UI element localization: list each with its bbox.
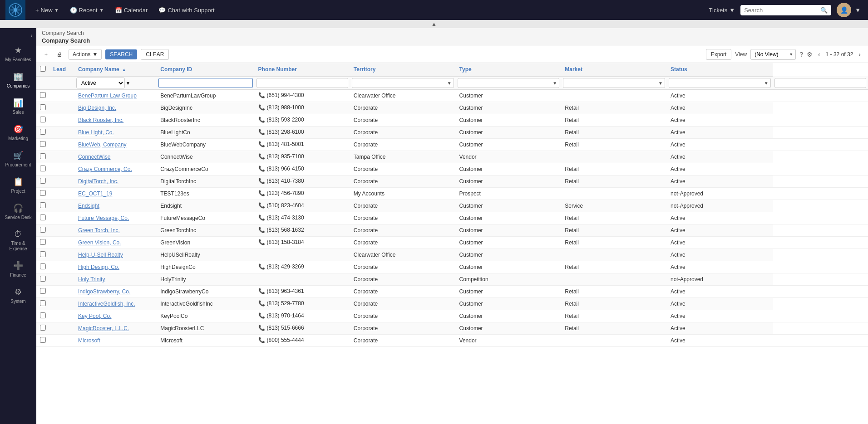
add-button[interactable]: + xyxy=(42,49,50,59)
app-logo[interactable] xyxy=(5,0,25,20)
company-name-cell[interactable]: Big Design, Inc. xyxy=(74,102,157,114)
company-name-cell[interactable]: Green Torch, Inc. xyxy=(74,224,157,237)
company-name-link[interactable]: Holy Trinity xyxy=(78,276,105,283)
user-menu-button[interactable]: ▼ xyxy=(853,5,863,15)
company-name-cell[interactable]: Future Message, Co. xyxy=(74,212,157,224)
sidebar-toggle[interactable]: › xyxy=(0,32,36,39)
company-name-cell[interactable]: Black Rooster, Inc. xyxy=(74,114,157,127)
company-name-cell[interactable]: ConnectWise xyxy=(74,151,157,163)
company-name-link[interactable]: BlueWeb, Company xyxy=(78,141,127,148)
company-name-link[interactable]: Green Vision, Co. xyxy=(78,239,121,246)
company-name-link[interactable]: Help-U-Sell Realty xyxy=(78,252,123,258)
company-name-cell[interactable]: Microsoft xyxy=(74,335,157,347)
col-lead[interactable]: Lead xyxy=(49,63,74,76)
col-type[interactable]: Type xyxy=(456,63,562,76)
col-status[interactable]: Status xyxy=(667,63,773,76)
company-name-cell[interactable]: EC_OCT1_19 xyxy=(74,188,157,200)
company-name-cell[interactable]: MagicRooster, L.L.C. xyxy=(74,322,157,335)
sidebar-item-service-desk[interactable]: 🎧 Service Desk xyxy=(2,200,35,224)
status-filter-input[interactable] xyxy=(775,78,866,88)
company-name-link[interactable]: IndigoStrawberry, Co. xyxy=(78,288,130,295)
company-name-link[interactable]: High Design, Co. xyxy=(78,264,119,270)
company-name-cell[interactable]: Blue Light, Co. xyxy=(74,127,157,139)
market-filter[interactable] xyxy=(669,78,762,88)
sidebar-item-sales[interactable]: 📊 Sales xyxy=(2,94,35,119)
col-phone[interactable]: Phone Number xyxy=(255,63,350,76)
sidebar-item-system[interactable]: ⚙ System xyxy=(2,283,35,308)
company-name-cell[interactable]: InteractiveGoldfish, Inc. xyxy=(74,298,157,310)
company-name-link[interactable]: DigitalTorch, Inc. xyxy=(78,178,118,185)
row-checkbox[interactable] xyxy=(40,214,46,220)
company-name-link[interactable]: Microsoft xyxy=(78,337,100,344)
actions-button[interactable]: Actions ▼ xyxy=(69,49,102,60)
company-name-link[interactable]: EC_OCT1_19 xyxy=(78,190,112,197)
row-checkbox[interactable] xyxy=(40,227,46,233)
row-checkbox[interactable] xyxy=(40,312,46,318)
company-name-cell[interactable]: DigitalTorch, Inc. xyxy=(74,175,157,188)
row-checkbox[interactable] xyxy=(40,190,46,196)
company-name-link[interactable]: Key Pool, Co. xyxy=(78,313,111,319)
row-checkbox[interactable] xyxy=(40,202,46,208)
export-button[interactable]: Export xyxy=(706,49,732,60)
sidebar-item-project[interactable]: 📋 Project xyxy=(2,173,35,198)
row-checkbox[interactable] xyxy=(40,251,46,257)
search-button[interactable]: SEARCH xyxy=(105,49,137,59)
company-id-filter[interactable] xyxy=(257,78,348,88)
company-name-link[interactable]: Endsight xyxy=(78,203,99,209)
view-select[interactable]: (No View) xyxy=(750,49,796,60)
company-name-cell[interactable]: High Design, Co. xyxy=(74,261,157,273)
company-name-cell[interactable]: Endsight xyxy=(74,200,157,212)
recent-button[interactable]: 🕐 Recent ▼ xyxy=(65,4,108,16)
sidebar-item-finance[interactable]: ➕ Finance xyxy=(2,257,35,282)
row-checkbox[interactable] xyxy=(40,166,46,171)
company-name-link[interactable]: InteractiveGoldfish, Inc. xyxy=(78,301,135,307)
col-territory[interactable]: Territory xyxy=(350,63,456,76)
row-checkbox[interactable] xyxy=(40,117,46,122)
search-bar[interactable]: 🔍 xyxy=(740,5,831,15)
search-input[interactable] xyxy=(744,7,819,14)
row-checkbox[interactable] xyxy=(40,141,46,147)
sidebar-item-time-expense[interactable]: ⏱ Time & Expense xyxy=(2,226,35,255)
print-button[interactable]: 🖨 xyxy=(54,49,65,59)
row-checkbox[interactable] xyxy=(40,276,46,282)
col-company-name[interactable]: Company Name ▲ xyxy=(74,63,157,76)
company-name-cell[interactable]: Help-U-Sell Realty xyxy=(74,249,157,261)
col-company-id[interactable]: Company ID xyxy=(157,63,254,76)
sidebar-item-my-favorites[interactable]: ★ My Favorites xyxy=(2,42,35,66)
new-button[interactable]: + New ▼ xyxy=(31,4,64,16)
clear-button[interactable]: CLEAR xyxy=(141,49,169,60)
sidebar-item-marketing[interactable]: 🎯 Marketing xyxy=(2,121,35,145)
next-page-button[interactable]: › xyxy=(857,50,863,59)
company-name-cell[interactable]: Key Pool, Co. xyxy=(74,310,157,322)
company-name-link[interactable]: ConnectWise xyxy=(78,154,110,160)
phone-filter[interactable] xyxy=(352,78,445,88)
company-name-link[interactable]: Crazy Commerce, Co. xyxy=(78,166,132,172)
row-checkbox[interactable] xyxy=(40,263,46,269)
company-name-cell[interactable]: IndigoStrawberry, Co. xyxy=(74,286,157,298)
row-checkbox[interactable] xyxy=(40,337,46,343)
sidebar-item-companies[interactable]: 🏢 Companies xyxy=(2,68,35,93)
row-checkbox[interactable] xyxy=(40,104,46,110)
calendar-button[interactable]: 📅 Calendar xyxy=(110,4,153,16)
status-filter-select[interactable]: Active Inactive not-Approved xyxy=(76,78,125,88)
company-name-cell[interactable]: BenePartum Law Group xyxy=(74,90,157,102)
row-checkbox[interactable] xyxy=(40,325,46,331)
company-name-link[interactable]: Blue Light, Co. xyxy=(78,129,114,136)
row-checkbox[interactable] xyxy=(40,300,46,306)
company-name-cell[interactable]: Holy Trinity xyxy=(74,273,157,286)
row-checkbox[interactable] xyxy=(40,129,46,135)
company-name-link[interactable]: Black Rooster, Inc. xyxy=(78,117,123,123)
prev-page-button[interactable]: ‹ xyxy=(816,50,822,59)
row-checkbox[interactable] xyxy=(40,153,46,159)
company-name-link[interactable]: BenePartum Law Group xyxy=(78,93,137,99)
help-icon[interactable]: ? xyxy=(799,51,803,58)
sidebar-item-procurement[interactable]: 🛒 Procurement xyxy=(2,147,35,171)
type-filter[interactable] xyxy=(563,78,656,88)
collapse-bar[interactable]: ▲ xyxy=(0,20,868,28)
chat-support-button[interactable]: 💬 Chat with Support xyxy=(154,4,219,16)
company-name-cell[interactable]: Green Vision, Co. xyxy=(74,237,157,249)
company-name-cell[interactable]: BlueWeb, Company xyxy=(74,139,157,151)
select-all-checkbox[interactable] xyxy=(40,66,46,72)
row-checkbox[interactable] xyxy=(40,178,46,184)
company-name-filter[interactable] xyxy=(158,78,252,88)
